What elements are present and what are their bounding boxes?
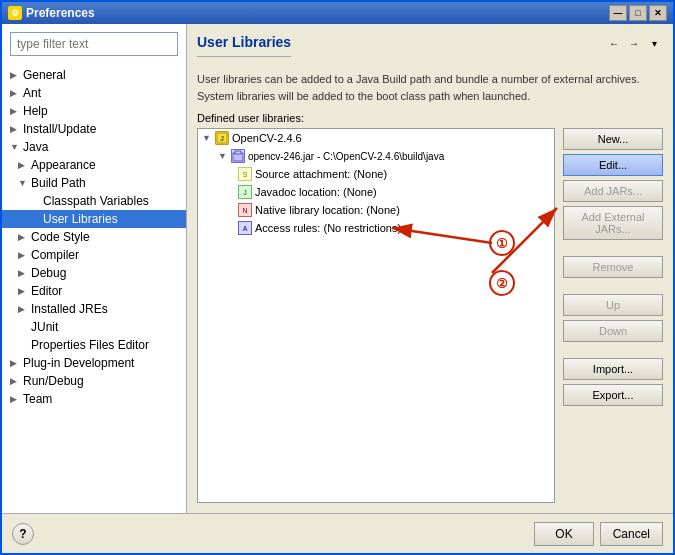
lib-item-label: Native library location: (None): [255, 204, 400, 216]
export-button[interactable]: Export...: [563, 384, 663, 406]
cancel-button[interactable]: Cancel: [600, 522, 663, 546]
sidebar-item-user-libraries[interactable]: ▶ User Libraries: [2, 210, 186, 228]
sidebar-item-install-update[interactable]: ▶ Install/Update: [2, 120, 186, 138]
sidebar-item-label: Install/Update: [23, 122, 96, 136]
sidebar-item-label: Appearance: [31, 158, 96, 172]
sidebar-item-build-path[interactable]: ▼ Build Path: [2, 174, 186, 192]
sidebar-item-junit[interactable]: ▶ JUnit: [2, 318, 186, 336]
javadoc-icon: J: [238, 185, 252, 199]
lib-item-label: OpenCV-2.4.6: [232, 132, 302, 144]
arrow-icon: ▶: [10, 394, 20, 404]
sidebar-item-installed-jres[interactable]: ▶ Installed JREs: [2, 300, 186, 318]
lib-item-jar[interactable]: ▼ opencv-246.jar - C:\OpenCV-2.4.6\build…: [198, 147, 554, 165]
sidebar-item-label: Editor: [31, 284, 62, 298]
dropdown-button[interactable]: ▾: [645, 34, 663, 52]
lib-item-source[interactable]: S Source attachment: (None): [198, 165, 554, 183]
down-button[interactable]: Down: [563, 320, 663, 342]
sidebar-item-label: User Libraries: [43, 212, 118, 226]
arrow-icon: ▶: [10, 376, 20, 386]
library-tree[interactable]: ▼ J OpenCV-2.4.6 ▼: [197, 128, 555, 503]
arrow-icon: ▶: [10, 70, 20, 80]
lib-item-opencv[interactable]: ▼ J OpenCV-2.4.6: [198, 129, 554, 147]
sidebar-item-team[interactable]: ▶ Team: [2, 390, 186, 408]
sidebar-item-label: Installed JREs: [31, 302, 108, 316]
add-external-jars-button[interactable]: Add External JARs...: [563, 206, 663, 240]
tree-nav: ▶ General ▶ Ant ▶ Help ▶ Install/Update …: [2, 64, 186, 513]
sidebar-item-label: Compiler: [31, 248, 79, 262]
sidebar-item-help[interactable]: ▶ Help: [2, 102, 186, 120]
left-panel: ▶ General ▶ Ant ▶ Help ▶ Install/Update …: [2, 24, 187, 513]
sidebar-item-label: JUnit: [31, 320, 58, 334]
minimize-button[interactable]: —: [609, 5, 627, 21]
sidebar-item-label: Run/Debug: [23, 374, 84, 388]
sidebar-item-label: Build Path: [31, 176, 86, 190]
arrow-icon: ▶: [10, 106, 20, 116]
window-icon: ⚙: [8, 6, 22, 20]
arrow-icon: ▼: [18, 178, 28, 188]
sidebar-item-run-debug[interactable]: ▶ Run/Debug: [2, 372, 186, 390]
expand-arrow-jar: ▼: [218, 151, 228, 161]
forward-button[interactable]: →: [625, 34, 643, 52]
sidebar-item-label: Ant: [23, 86, 41, 100]
edit-button[interactable]: Edit...: [563, 154, 663, 176]
back-button[interactable]: ←: [605, 34, 623, 52]
lib-item-access[interactable]: A Access rules: (No restrictions): [198, 219, 554, 237]
arrow-icon: ▶: [18, 250, 28, 260]
arrow-icon: ▶: [10, 88, 20, 98]
sidebar-item-label: Help: [23, 104, 48, 118]
lib-item-label: Source attachment: (None): [255, 168, 387, 180]
svg-rect-3: [235, 151, 241, 154]
sidebar-item-label: Properties Files Editor: [31, 338, 149, 352]
lib-item-label: Javadoc location: (None): [255, 186, 377, 198]
right-panel: User Libraries ← → ▾ User libraries can …: [187, 24, 673, 513]
sidebar-item-label: Plug-in Development: [23, 356, 134, 370]
arrow-icon: ▶: [18, 286, 28, 296]
sidebar-item-ant[interactable]: ▶ Ant: [2, 84, 186, 102]
help-button[interactable]: ?: [12, 523, 34, 545]
title-bar: ⚙ Preferences — □ ✕: [2, 2, 673, 24]
title-bar-left: ⚙ Preferences: [8, 6, 95, 20]
remove-button[interactable]: Remove: [563, 256, 663, 278]
add-jars-button[interactable]: Add JARs...: [563, 180, 663, 202]
window-title: Preferences: [26, 6, 95, 20]
sidebar-item-label: Team: [23, 392, 52, 406]
sidebar-item-code-style[interactable]: ▶ Code Style: [2, 228, 186, 246]
native-icon: N: [238, 203, 252, 217]
sidebar-item-label: Debug: [31, 266, 66, 280]
expand-arrow: ▼: [202, 133, 212, 143]
arrow-icon: ▶: [18, 268, 28, 278]
sidebar-item-general[interactable]: ▶ General: [2, 66, 186, 84]
bottom-bar: ? OK Cancel: [2, 513, 673, 553]
sidebar-item-debug[interactable]: ▶ Debug: [2, 264, 186, 282]
lib-item-javadoc[interactable]: J Javadoc location: (None): [198, 183, 554, 201]
ok-button[interactable]: OK: [534, 522, 593, 546]
sidebar-item-label: Classpath Variables: [43, 194, 149, 208]
sidebar-item-compiler[interactable]: ▶ Compiler: [2, 246, 186, 264]
library-icon: J: [215, 131, 229, 145]
sidebar-item-appearance[interactable]: ▶ Appearance: [2, 156, 186, 174]
sidebar-item-classpath-variables[interactable]: ▶ Classpath Variables: [2, 192, 186, 210]
search-input[interactable]: [10, 32, 178, 56]
lib-item-native[interactable]: N Native library location: (None): [198, 201, 554, 219]
access-icon: A: [238, 221, 252, 235]
import-button[interactable]: Import...: [563, 358, 663, 380]
preferences-window: ⚙ Preferences — □ ✕ ▶ General ▶ Ant: [0, 0, 675, 555]
bottom-actions: OK Cancel: [534, 522, 663, 546]
sidebar-item-editor[interactable]: ▶ Editor: [2, 282, 186, 300]
arrow-icon: ▶: [18, 160, 28, 170]
svg-text:J: J: [220, 135, 224, 142]
sidebar-item-java[interactable]: ▼ Java: [2, 138, 186, 156]
arrow-icon: ▶: [18, 304, 28, 314]
close-button[interactable]: ✕: [649, 5, 667, 21]
defined-libraries-label: Defined user libraries:: [197, 112, 663, 124]
sidebar-item-plugin-development[interactable]: ▶ Plug-in Development: [2, 354, 186, 372]
up-button[interactable]: Up: [563, 294, 663, 316]
new-button[interactable]: New...: [563, 128, 663, 150]
buttons-column: New... Edit... Add JARs... Add External …: [563, 128, 663, 503]
jar-icon: [231, 149, 245, 163]
main-area: ▼ J OpenCV-2.4.6 ▼: [197, 128, 663, 503]
sidebar-item-properties-files-editor[interactable]: ▶ Properties Files Editor: [2, 336, 186, 354]
arrow-icon: ▶: [18, 232, 28, 242]
maximize-button[interactable]: □: [629, 5, 647, 21]
lib-item-label: opencv-246.jar - C:\OpenCV-2.4.6\build\j…: [248, 151, 444, 162]
